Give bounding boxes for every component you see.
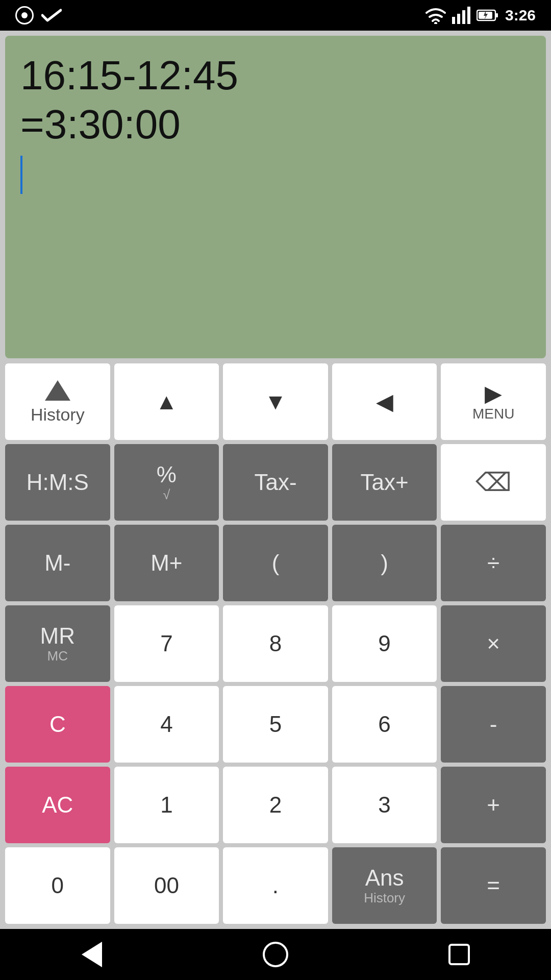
- menu-button[interactable]: ▶ MENU: [441, 363, 546, 440]
- calculator-display[interactable]: 16:15-12:45 =3:30:00: [5, 36, 546, 358]
- hms-label: H:M:S: [27, 471, 89, 494]
- scroll-left-button[interactable]: ◀: [332, 363, 437, 440]
- digit-9-button[interactable]: 9: [332, 605, 437, 682]
- digit-0-label: 0: [52, 874, 64, 897]
- task-icon: [41, 8, 62, 23]
- double-zero-label: 00: [154, 874, 179, 897]
- svg-rect-2: [457, 14, 460, 24]
- digit-5-label: 5: [269, 713, 282, 736]
- mr-label: MR: [40, 625, 75, 647]
- btn-row-6: AC 1 2 3 +: [5, 767, 546, 843]
- add-button[interactable]: +: [441, 767, 546, 843]
- memory-minus-button[interactable]: M-: [5, 525, 110, 601]
- subtract-icon: -: [490, 713, 497, 736]
- display-line2: =3:30:00: [20, 100, 531, 149]
- divide-icon: ÷: [487, 552, 499, 574]
- scroll-up-button[interactable]: ▲: [114, 363, 219, 440]
- subtract-button[interactable]: -: [441, 686, 546, 763]
- digit-7-label: 7: [160, 632, 172, 655]
- time-display: 3:26: [505, 7, 536, 24]
- cursor-blink: [20, 156, 22, 194]
- digit-4-label: 4: [160, 713, 172, 736]
- signal-icon: [452, 7, 470, 24]
- memory-plus-button[interactable]: M+: [114, 525, 219, 601]
- digit-8-button[interactable]: 8: [223, 605, 328, 682]
- display-line1: 16:15-12:45: [20, 51, 531, 100]
- digit-3-button[interactable]: 3: [332, 767, 437, 843]
- status-bar: 3:26: [0, 0, 551, 31]
- btn-row-5: C 4 5 6 -: [5, 686, 546, 763]
- tax-minus-label: Tax-: [254, 471, 296, 494]
- add-icon: +: [487, 794, 500, 816]
- multiply-icon: ×: [487, 632, 500, 655]
- sqrt-label: √: [163, 488, 170, 501]
- button-grid: History ▲ ▼ ◀ ▶ MENU H:M:S % √: [5, 363, 546, 924]
- btn-row-3: M- M+ ( ) ÷: [5, 525, 546, 601]
- svg-rect-6: [495, 13, 498, 17]
- divide-button[interactable]: ÷: [441, 525, 546, 601]
- nav-home-icon: [263, 942, 288, 967]
- mc-label: MC: [47, 649, 68, 663]
- btn-row-1: History ▲ ▼ ◀ ▶ MENU: [5, 363, 546, 440]
- wifi-icon: [425, 7, 446, 24]
- all-clear-button[interactable]: AC: [5, 767, 110, 843]
- equals-button[interactable]: =: [441, 847, 546, 924]
- clear-button[interactable]: C: [5, 686, 110, 763]
- scroll-down-button[interactable]: ▼: [223, 363, 328, 440]
- right-arrow-icon: ▶: [485, 382, 502, 405]
- digit-8-label: 8: [269, 632, 282, 655]
- svg-rect-3: [462, 10, 465, 24]
- multiply-button[interactable]: ×: [441, 605, 546, 682]
- btn-row-7: 0 00 . Ans History =: [5, 847, 546, 924]
- left-paren-label: (: [272, 552, 280, 574]
- digit-7-button[interactable]: 7: [114, 605, 219, 682]
- nav-back-button[interactable]: [71, 934, 112, 975]
- ans-label: Ans: [365, 867, 404, 889]
- down-arrow-icon: ▼: [264, 390, 287, 413]
- digit-0-button[interactable]: 0: [5, 847, 110, 924]
- memory-plus-label: M+: [151, 552, 182, 574]
- tax-minus-button[interactable]: Tax-: [223, 444, 328, 521]
- left-arrow-icon: ◀: [376, 390, 393, 413]
- record-icon: [15, 6, 34, 24]
- digit-6-label: 6: [378, 713, 390, 736]
- history-label: History: [31, 406, 85, 423]
- history-button[interactable]: History: [5, 363, 110, 440]
- svg-rect-4: [467, 7, 470, 24]
- history-triangle-icon: [45, 380, 70, 401]
- nav-back-icon: [82, 942, 102, 967]
- battery-icon: [477, 8, 499, 22]
- ans-history-sub-label: History: [364, 891, 405, 904]
- nav-recents-icon: [448, 944, 470, 965]
- digit-1-label: 1: [160, 794, 172, 816]
- menu-label: MENU: [472, 407, 514, 421]
- nav-home-button[interactable]: [255, 934, 296, 975]
- percent-button[interactable]: % √: [114, 444, 219, 521]
- delete-button[interactable]: ⌫: [441, 444, 546, 521]
- svg-point-0: [434, 22, 437, 24]
- digit-5-button[interactable]: 5: [223, 686, 328, 763]
- digit-6-button[interactable]: 6: [332, 686, 437, 763]
- ans-history-button[interactable]: Ans History: [332, 847, 437, 924]
- decimal-button[interactable]: .: [223, 847, 328, 924]
- left-paren-button[interactable]: (: [223, 525, 328, 601]
- nav-recents-button[interactable]: [439, 934, 480, 975]
- digit-2-label: 2: [269, 794, 282, 816]
- svg-rect-1: [452, 17, 455, 24]
- digit-2-button[interactable]: 2: [223, 767, 328, 843]
- tax-plus-button[interactable]: Tax+: [332, 444, 437, 521]
- digit-1-button[interactable]: 1: [114, 767, 219, 843]
- double-zero-button[interactable]: 00: [114, 847, 219, 924]
- status-right-icons: 3:26: [425, 7, 536, 24]
- hms-button[interactable]: H:M:S: [5, 444, 110, 521]
- clear-label: C: [49, 713, 66, 736]
- digit-3-label: 3: [378, 794, 390, 816]
- decimal-label: .: [272, 874, 279, 897]
- navigation-bar: [0, 929, 551, 980]
- backspace-icon: ⌫: [475, 470, 512, 495]
- percent-label: %: [157, 463, 177, 486]
- memory-recall-button[interactable]: MR MC: [5, 605, 110, 682]
- right-paren-button[interactable]: ): [332, 525, 437, 601]
- up-arrow-icon: ▲: [156, 390, 178, 413]
- digit-4-button[interactable]: 4: [114, 686, 219, 763]
